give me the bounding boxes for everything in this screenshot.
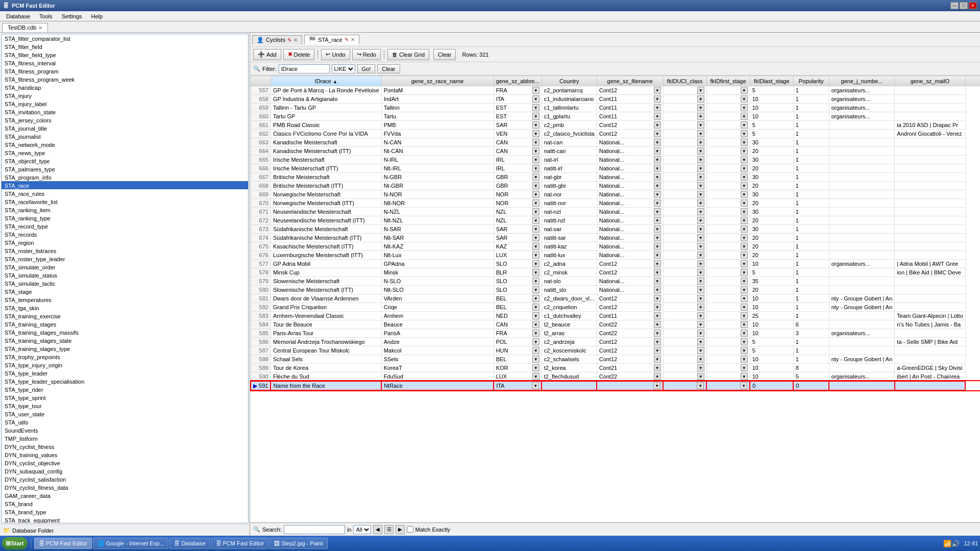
col-header-abbr[interactable]: gene_sz_abbre... [494, 76, 542, 86]
dropdown-arrow-icon[interactable]: ▼ [697, 269, 704, 276]
dropdown-arrow-icon[interactable]: ▼ [532, 156, 540, 163]
sidebar-item-6[interactable]: STA_handicap [2, 83, 248, 91]
dropdown-arrow-icon[interactable]: ▼ [741, 286, 748, 293]
dropdown-arrow-icon[interactable]: ▼ [532, 191, 540, 198]
sidebar-item-14[interactable]: STA_news_type [2, 148, 248, 157]
sidebar-item-13[interactable]: STA_network_mode [2, 140, 248, 148]
dropdown-arrow-icon[interactable]: ▼ [532, 104, 540, 111]
sidebar-item-36[interactable]: STA_training_stages_massifs [2, 328, 248, 336]
sidebar-item-46[interactable]: STA_user_state [2, 410, 248, 418]
dropdown-arrow-icon[interactable]: ▼ [697, 130, 704, 137]
dropdown-arrow-icon[interactable]: ▼ [654, 147, 661, 155]
dropdown-arrow-icon[interactable]: ▼ [532, 304, 540, 311]
sidebar-item-2[interactable]: STA_filter_field_type [2, 51, 248, 59]
dropdown-arrow-icon[interactable]: ▼ [532, 269, 540, 276]
dropdown-arrow-icon[interactable]: ▼ [697, 330, 704, 337]
sidebar-item-7[interactable]: STA_injury [2, 91, 248, 99]
menu-help[interactable]: Help [87, 12, 107, 21]
table-row[interactable]: 589Tour de KoreaKoreaTKOR▼t2_koreaCont21… [251, 364, 980, 372]
sidebar-item-28[interactable]: STA_simulate_order [2, 263, 248, 271]
sidebar-item-33[interactable]: STA_tga_skin [2, 304, 248, 312]
table-row[interactable]: 585Paris-Arras TourParisAFRA▼t2_arrasCon… [251, 329, 980, 338]
table-row[interactable]: 584Tour de BeauceBeauceCAN▼t2_beauceCont… [251, 320, 980, 329]
dropdown-arrow-icon[interactable]: ▼ [741, 295, 748, 302]
dropdown-arrow-icon[interactable]: ▼ [532, 286, 540, 293]
sidebar-item-25[interactable]: STA_region [2, 238, 248, 246]
sidebar-item-30[interactable]: STA_simulate_tactic [2, 279, 248, 287]
col-header-j-num[interactable]: gene_j_numbe... [829, 76, 895, 86]
sidebar-item-43[interactable]: STA_type_rider [2, 385, 248, 393]
dropdown-arrow-icon[interactable]: ▼ [697, 347, 704, 354]
col-header-team[interactable]: gene_list_fklDteam [965, 76, 980, 86]
table-row[interactable]: 590Flèche du SudFduSudLUX▼t2_flechdusudC… [251, 372, 980, 382]
dropdown-arrow-icon[interactable]: ▼ [654, 165, 661, 172]
sidebar-item-42[interactable]: STA_type_leader_specialisation [2, 377, 248, 385]
dropdown-arrow-icon[interactable]: ▼ [654, 226, 661, 233]
clear-button[interactable]: Clear [433, 49, 456, 60]
dropdown-arrow-icon[interactable]: ▼ [697, 95, 704, 103]
dropdown-arrow-icon[interactable]: ▼ [532, 347, 540, 354]
undo-button[interactable]: ↩ Undo [321, 49, 350, 60]
sidebar-item-9[interactable]: STA_invitation_state [2, 108, 248, 116]
dropdown-arrow-icon[interactable]: ▼ [532, 330, 540, 337]
dropdown-arrow-icon[interactable]: ▼ [697, 121, 704, 129]
clear-grid-button[interactable]: 🗑 Clear Grid [387, 49, 429, 60]
menu-database[interactable]: Database [2, 12, 34, 21]
dropdown-arrow-icon[interactable]: ▼ [532, 260, 540, 267]
dropdown-arrow-icon[interactable]: ▼ [532, 382, 539, 389]
dropdown-arrow-icon[interactable]: ▼ [654, 182, 661, 189]
dropdown-arrow-icon[interactable]: ▼ [532, 373, 540, 380]
redo-button[interactable]: ↪ Redo [352, 49, 381, 60]
dropdown-arrow-icon[interactable]: ▼ [532, 356, 540, 363]
col-header-popularity[interactable]: Popularity [793, 76, 829, 86]
dropdown-arrow-icon[interactable]: ▼ [654, 356, 661, 363]
dropdown-arrow-icon[interactable]: ▼ [697, 321, 704, 328]
dropdown-arrow-icon[interactable]: ▼ [741, 364, 748, 371]
dropdown-arrow-icon[interactable]: ▼ [741, 199, 748, 207]
sidebar-item-58[interactable]: STA_brand_type [2, 508, 248, 516]
delete-button[interactable]: ✖ Delete [283, 49, 315, 60]
col-header-filename[interactable]: gene_sz_filename [597, 76, 663, 86]
dropdown-arrow-icon[interactable]: ▼ [697, 191, 704, 198]
tab-sta-race[interactable]: 🏁 STA_race ✎ ✕ [304, 35, 359, 44]
dropdown-arrow-icon[interactable]: ▼ [654, 321, 661, 328]
sidebar-item-22[interactable]: STA_ranking_type [2, 214, 248, 222]
dropdown-arrow-icon[interactable]: ▼ [697, 147, 704, 155]
filter-clear-button[interactable]: Clear [377, 64, 400, 73]
maximize-button[interactable]: □ [960, 2, 968, 9]
dropdown-arrow-icon[interactable]: ▼ [532, 208, 540, 215]
dropdown-arrow-icon[interactable]: ▼ [532, 147, 540, 155]
dropdown-arrow-icon[interactable]: ▼ [532, 87, 540, 94]
table-row[interactable]: 676Luxemburgische Meisterschaft (ITT)Nlt… [251, 251, 980, 260]
sidebar-item-10[interactable]: STA_jersey_colors [2, 116, 248, 124]
dropdown-arrow-icon[interactable]: ▼ [654, 87, 661, 94]
sidebar-item-5[interactable]: STA_fitness_program_week [2, 75, 248, 83]
sidebar-item-20[interactable]: STA_racefavorite_list [2, 197, 248, 206]
dropdown-arrow-icon[interactable]: ▼ [532, 321, 540, 328]
sidebar-item-32[interactable]: STA_temperatures [2, 295, 248, 304]
sidebar-item-15[interactable]: STA_objectif_type [2, 157, 248, 165]
dropdown-arrow-icon[interactable]: ▼ [697, 139, 704, 146]
dropdown-arrow-icon[interactable]: ▼ [741, 165, 748, 172]
sidebar-item-57[interactable]: STA_brand [2, 499, 248, 508]
dropdown-arrow-icon[interactable]: ▼ [741, 217, 748, 224]
table-row[interactable]: 674Südafrikanische Meisterschaft (ITT)Nl… [251, 234, 980, 242]
sidebar-item-17[interactable]: STA_program_info [2, 173, 248, 181]
col-header-uci[interactable]: fkIDUCI_class [663, 76, 706, 86]
dropdown-arrow-icon[interactable]: ▼ [532, 234, 540, 241]
dropdown-arrow-icon[interactable]: ▼ [654, 217, 661, 224]
dropdown-arrow-icon[interactable]: ▼ [654, 243, 661, 250]
dropdown-arrow-icon[interactable]: ▼ [654, 364, 661, 371]
dropdown-arrow-icon[interactable]: ▼ [654, 113, 661, 120]
dropdown-arrow-icon[interactable]: ▼ [741, 330, 748, 337]
search-in-select[interactable]: All [353, 525, 371, 534]
dropdown-arrow-icon[interactable]: ▼ [697, 87, 704, 94]
tab-testdb[interactable]: TestDB.cdb ✕ [2, 23, 48, 32]
filter-input[interactable] [279, 64, 330, 73]
tab-cyclists[interactable]: 👤 Cyclists ✎ ✕ [252, 35, 302, 44]
dropdown-arrow-icon[interactable]: ▼ [741, 252, 748, 259]
dropdown-arrow-icon[interactable]: ▼ [741, 87, 748, 94]
sidebar-item-59[interactable]: STA_track_equipment [2, 516, 248, 523]
dropdown-arrow-icon[interactable]: ▼ [654, 347, 661, 354]
menu-settings[interactable]: Settings [58, 12, 86, 21]
